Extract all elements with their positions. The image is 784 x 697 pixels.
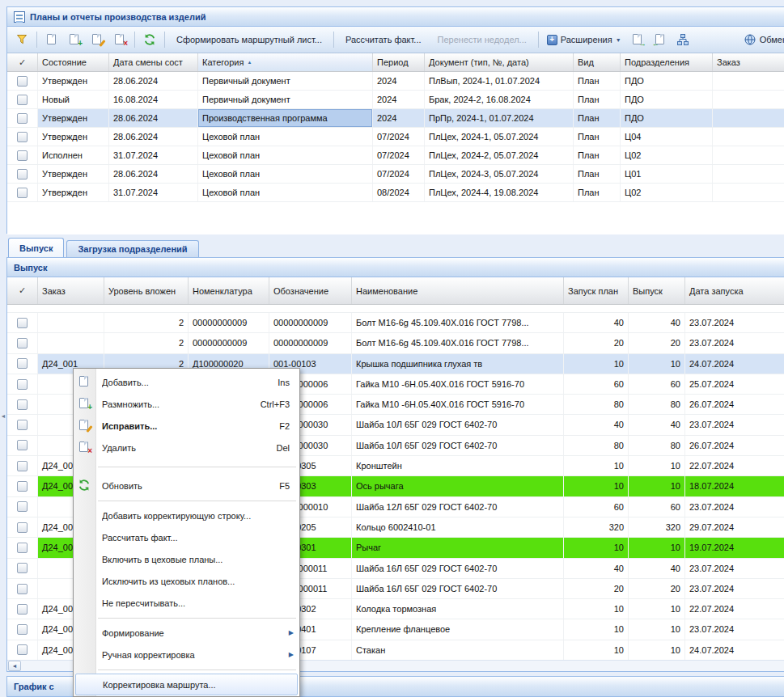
menu-item-manual-correction[interactable]: Ручная корректировка▶ [74, 644, 299, 665]
column-header-nom[interactable]: Номенклатура [189, 277, 269, 304]
row-checkbox[interactable] [17, 461, 28, 471]
tab-output[interactable]: Выпуск [8, 238, 64, 257]
menu-item-add[interactable]: Добавить...Ins [74, 371, 299, 393]
row-checkbox[interactable] [17, 150, 28, 161]
collapse-panel-arrow-icon[interactable]: ◄ [0, 399, 6, 432]
cell-kind: План [574, 72, 621, 90]
row-checkbox[interactable] [17, 481, 28, 492]
cell-order [713, 72, 784, 90]
column-header-code[interactable]: Обозначение [269, 277, 352, 304]
column-header-level[interactable]: Уровень вложен [104, 277, 189, 304]
row-checkbox[interactable] [17, 358, 28, 369]
import-document-button[interactable]: ← [650, 30, 671, 49]
refresh-button[interactable] [139, 30, 160, 49]
column-header-order[interactable]: Заказ [713, 53, 784, 71]
scroll-left-icon[interactable]: ◄ [8, 661, 21, 671]
edit-document-button[interactable] [87, 30, 108, 49]
table-row[interactable]: Утвержден28.06.2024Цеховой план07/2024Пл… [7, 128, 784, 146]
row-checkbox[interactable] [17, 420, 28, 430]
row-checkbox[interactable] [17, 169, 28, 180]
row-checkbox[interactable] [17, 399, 28, 410]
column-header-doc[interactable]: Документ (тип, №, дата) [425, 53, 574, 71]
column-header-dept[interactable]: Подразделения [621, 53, 713, 71]
cell-out: 320 [629, 517, 685, 537]
column-header-out[interactable]: Выпуск [629, 277, 685, 304]
row-checkbox[interactable] [17, 113, 28, 124]
tab-department-load[interactable]: Загрузка подразделений [66, 240, 198, 257]
row-checkbox[interactable] [17, 338, 28, 348]
menu-item-include-in-shop-plans[interactable]: Включить в цеховые планы... [74, 548, 299, 570]
table-row[interactable]: Утвержден28.06.2024Первичный документ202… [7, 72, 784, 91]
menu-item-duplicate[interactable]: +Размножить...Ctrl+F3 [74, 393, 299, 415]
export-document-button[interactable]: → [627, 30, 648, 49]
column-label: Заказ [717, 57, 740, 67]
row-checkbox[interactable] [17, 563, 28, 573]
plans-panel: Планы и отчеты производства изделий + × … [6, 6, 784, 234]
extensions-button[interactable]: Расширения ▼ [543, 30, 625, 49]
menu-item-refresh[interactable]: ОбновитьF5 [74, 475, 299, 496]
row-checkbox[interactable] [17, 501, 28, 512]
row-checkbox[interactable] [17, 440, 28, 450]
column-label: Вид [578, 57, 594, 67]
row-checkbox[interactable] [17, 95, 28, 105]
column-header-category[interactable]: Категория▲ [198, 53, 373, 71]
column-header-order[interactable]: Заказ [38, 277, 104, 304]
menu-item-exclude-from-shop-plans[interactable]: Исключить из цеховых планов... [74, 570, 299, 592]
delete-document-button[interactable]: × [109, 30, 130, 49]
menu-item-formation[interactable]: Формирование▶ [74, 622, 299, 644]
row-checkbox[interactable] [17, 604, 28, 615]
row-checkbox[interactable] [17, 644, 28, 655]
row-checkbox[interactable] [17, 522, 28, 533]
move-backlog-button[interactable]: Перенести недодел... [430, 30, 534, 49]
menu-item-delete[interactable]: ×УдалитьDel [74, 437, 299, 458]
cell-out: 10 [629, 619, 685, 639]
column-header-state[interactable]: Состояние [38, 53, 109, 71]
table-row[interactable]: Утвержден28.06.2024Цеховой план07/2024Пл… [7, 165, 784, 184]
column-header-date[interactable]: Дата смены сост [109, 53, 198, 71]
plans-panel-header[interactable]: Планы и отчеты производства изделий [7, 7, 784, 27]
menu-item-route-correction[interactable]: Корректировка маршрута... [75, 674, 298, 695]
table-row[interactable]: 20000000000900000000009Болт М16-6g 45.10… [7, 333, 784, 353]
row-checkbox[interactable] [17, 379, 28, 390]
structure-button[interactable] [672, 30, 693, 49]
column-header-period[interactable]: Период [373, 53, 425, 71]
sort-asc-icon: ▲ [247, 60, 252, 65]
output-panel-header[interactable]: Выпуск [7, 258, 784, 277]
menu-separator [74, 458, 299, 475]
column-header-plan[interactable]: Запуск план [564, 277, 629, 304]
column-header-kind[interactable]: Вид [574, 53, 621, 71]
cell-date: 23.07.2024 [685, 333, 784, 353]
clone-document-button[interactable]: + [64, 30, 85, 49]
row-checkbox[interactable] [17, 624, 28, 635]
menu-item-add-correction-row[interactable]: Добавить корректирующую строку... [74, 505, 299, 526]
row-checkbox[interactable] [17, 76, 28, 87]
exchange-button[interactable]: Обмен [740, 30, 784, 49]
column-label: Наименование [356, 286, 417, 296]
row-checkbox[interactable] [17, 543, 28, 553]
toolbar-separator [333, 32, 334, 48]
column-header-name[interactable]: Наименование [352, 277, 564, 304]
table-row[interactable]: Д24_001 [7, 305, 784, 313]
menu-item-calc-fact[interactable]: Рассчитать факт... [74, 526, 299, 548]
table-row[interactable]: Исполнен31.07.2024Цеховой план07/2024ПлЦ… [7, 146, 784, 165]
menu-separator [74, 665, 299, 674]
add-document-button[interactable] [41, 30, 62, 49]
menu-item-edit[interactable]: Исправить...F2 [74, 415, 299, 437]
cell-order [38, 313, 104, 332]
table-row[interactable]: Утвержден31.07.2024Цеховой план08/2024Пл… [7, 184, 784, 202]
make-route-list-button[interactable]: Сформировать маршрутный лист... [169, 30, 329, 49]
table-row[interactable]: 20000000000900000000009Болт М16-6g 45.10… [7, 313, 784, 333]
cell-category: Производственная программа [198, 109, 373, 127]
column-header-date[interactable]: Дата запуска [685, 277, 784, 304]
row-checkbox[interactable] [17, 584, 28, 594]
row-checkbox[interactable] [17, 318, 28, 328]
calc-fact-button[interactable]: Рассчитать факт... [338, 30, 429, 49]
row-checkbox[interactable] [17, 188, 28, 198]
table-row[interactable]: Утвержден28.06.2024Производственная прог… [7, 109, 784, 128]
menu-item-no-recalc[interactable]: Не пересчитывать... [74, 592, 299, 614]
table-row[interactable]: Новый16.08.2024Первичный документ2024Бра… [7, 91, 784, 109]
filter-button[interactable] [11, 30, 32, 49]
select-all-column-header[interactable]: ✓ [7, 277, 38, 304]
row-checkbox[interactable] [17, 132, 28, 142]
select-all-column-header[interactable]: ✓ [7, 53, 38, 71]
